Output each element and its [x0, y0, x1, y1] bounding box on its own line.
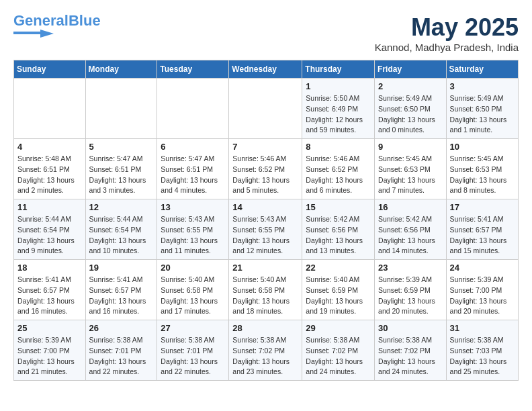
day-cell: 9Sunrise: 5:45 AMSunset: 6:53 PMDaylight…: [375, 139, 447, 199]
day-number: 18: [17, 263, 82, 273]
day-number: 5: [89, 142, 154, 152]
day-number: 7: [232, 142, 298, 152]
day-cell: 1Sunrise: 5:50 AMSunset: 6:49 PMDaylight…: [302, 79, 375, 139]
day-cell: 19Sunrise: 5:41 AMSunset: 6:57 PMDayligh…: [85, 260, 157, 320]
day-number: 8: [306, 142, 371, 152]
day-cell: 15Sunrise: 5:42 AMSunset: 6:56 PMDayligh…: [302, 199, 375, 260]
day-cell: 5Sunrise: 5:47 AMSunset: 6:51 PMDaylight…: [85, 139, 157, 199]
day-number: 16: [378, 202, 443, 212]
month-title: May 2025: [375, 13, 519, 42]
day-number: 9: [378, 142, 443, 152]
day-number: 15: [306, 202, 371, 212]
day-info: Sunrise: 5:50 AMSunset: 6:49 PMDaylight:…: [306, 93, 371, 136]
day-info: Sunrise: 5:40 AMSunset: 6:58 PMDaylight:…: [232, 275, 298, 317]
day-cell: 13Sunrise: 5:43 AMSunset: 6:55 PMDayligh…: [157, 199, 229, 260]
day-cell: 18Sunrise: 5:41 AMSunset: 6:57 PMDayligh…: [14, 260, 86, 320]
day-number: 2: [378, 81, 443, 91]
day-info: Sunrise: 5:45 AMSunset: 6:53 PMDaylight:…: [378, 154, 443, 196]
col-thursday: Thursday: [302, 60, 375, 79]
day-info: Sunrise: 5:41 AMSunset: 6:57 PMDaylight:…: [450, 214, 515, 257]
day-info: Sunrise: 5:49 AMSunset: 6:50 PMDaylight:…: [378, 93, 443, 136]
day-cell: 3Sunrise: 5:49 AMSunset: 6:50 PMDaylight…: [446, 79, 518, 139]
day-number: 24: [450, 263, 515, 273]
day-info: Sunrise: 5:40 AMSunset: 6:59 PMDaylight:…: [306, 275, 371, 317]
day-cell: 6Sunrise: 5:47 AMSunset: 6:51 PMDaylight…: [157, 139, 229, 199]
day-info: Sunrise: 5:38 AMSunset: 7:02 PMDaylight:…: [306, 335, 371, 377]
day-cell: 26Sunrise: 5:38 AMSunset: 7:01 PMDayligh…: [85, 320, 157, 381]
logo-icon: [13, 28, 54, 38]
day-number: 21: [232, 263, 298, 273]
day-number: 27: [161, 323, 225, 333]
day-cell: 31Sunrise: 5:38 AMSunset: 7:03 PMDayligh…: [446, 320, 518, 381]
day-cell: [157, 79, 229, 139]
day-info: Sunrise: 5:46 AMSunset: 6:52 PMDaylight:…: [306, 154, 371, 196]
day-cell: 17Sunrise: 5:41 AMSunset: 6:57 PMDayligh…: [446, 199, 518, 260]
day-cell: 21Sunrise: 5:40 AMSunset: 6:58 PMDayligh…: [229, 260, 302, 320]
day-cell: 23Sunrise: 5:39 AMSunset: 6:59 PMDayligh…: [375, 260, 447, 320]
logo-blue: Blue: [69, 12, 101, 29]
day-info: Sunrise: 5:39 AMSunset: 7:00 PMDaylight:…: [17, 335, 82, 377]
day-cell: 22Sunrise: 5:40 AMSunset: 6:59 PMDayligh…: [302, 260, 375, 320]
day-cell: 8Sunrise: 5:46 AMSunset: 6:52 PMDaylight…: [302, 139, 375, 199]
day-number: 6: [161, 142, 225, 152]
day-number: 1: [306, 81, 371, 91]
day-cell: 28Sunrise: 5:38 AMSunset: 7:02 PMDayligh…: [229, 320, 302, 381]
day-number: 25: [17, 323, 82, 333]
day-cell: 11Sunrise: 5:44 AMSunset: 6:54 PMDayligh…: [14, 199, 86, 260]
day-info: Sunrise: 5:38 AMSunset: 7:03 PMDaylight:…: [450, 335, 515, 377]
day-cell: 30Sunrise: 5:38 AMSunset: 7:02 PMDayligh…: [375, 320, 447, 381]
day-number: 26: [89, 323, 154, 333]
logo-general: General: [13, 12, 69, 29]
day-info: Sunrise: 5:38 AMSunset: 7:01 PMDaylight:…: [89, 335, 154, 377]
day-cell: 25Sunrise: 5:39 AMSunset: 7:00 PMDayligh…: [14, 320, 86, 381]
day-number: 31: [450, 323, 515, 333]
day-cell: 10Sunrise: 5:45 AMSunset: 6:53 PMDayligh…: [446, 139, 518, 199]
day-info: Sunrise: 5:38 AMSunset: 7:02 PMDaylight:…: [232, 335, 298, 377]
day-number: 22: [306, 263, 371, 273]
logo: GeneralBlue: [13, 13, 101, 38]
day-info: Sunrise: 5:47 AMSunset: 6:51 PMDaylight:…: [161, 154, 225, 196]
week-row-1: 1Sunrise: 5:50 AMSunset: 6:49 PMDaylight…: [14, 79, 519, 139]
day-info: Sunrise: 5:39 AMSunset: 7:00 PMDaylight:…: [450, 275, 515, 317]
col-monday: Monday: [85, 60, 157, 79]
day-number: 4: [17, 142, 82, 152]
day-info: Sunrise: 5:40 AMSunset: 6:58 PMDaylight:…: [161, 275, 225, 317]
col-friday: Friday: [375, 60, 447, 79]
day-info: Sunrise: 5:42 AMSunset: 6:56 PMDaylight:…: [378, 214, 443, 257]
day-info: Sunrise: 5:38 AMSunset: 7:02 PMDaylight:…: [378, 335, 443, 377]
header-row: Sunday Monday Tuesday Wednesday Thursday…: [14, 60, 519, 79]
day-info: Sunrise: 5:45 AMSunset: 6:53 PMDaylight:…: [450, 154, 515, 196]
day-cell: 14Sunrise: 5:43 AMSunset: 6:55 PMDayligh…: [229, 199, 302, 260]
day-cell: 27Sunrise: 5:38 AMSunset: 7:01 PMDayligh…: [157, 320, 229, 381]
day-info: Sunrise: 5:38 AMSunset: 7:01 PMDaylight:…: [161, 335, 225, 377]
col-sunday: Sunday: [14, 60, 86, 79]
day-info: Sunrise: 5:49 AMSunset: 6:50 PMDaylight:…: [450, 93, 515, 136]
day-number: 12: [89, 202, 154, 212]
day-info: Sunrise: 5:46 AMSunset: 6:52 PMDaylight:…: [232, 154, 298, 196]
day-cell: [229, 79, 302, 139]
day-number: 20: [161, 263, 225, 273]
day-cell: 24Sunrise: 5:39 AMSunset: 7:00 PMDayligh…: [446, 260, 518, 320]
week-row-3: 11Sunrise: 5:44 AMSunset: 6:54 PMDayligh…: [14, 199, 519, 260]
day-number: 17: [450, 202, 515, 212]
day-number: 13: [161, 202, 225, 212]
day-info: Sunrise: 5:44 AMSunset: 6:54 PMDaylight:…: [89, 214, 154, 257]
day-number: 14: [232, 202, 298, 212]
logo-text: GeneralBlue: [13, 13, 101, 28]
day-number: 23: [378, 263, 443, 273]
col-tuesday: Tuesday: [157, 60, 229, 79]
day-info: Sunrise: 5:41 AMSunset: 6:57 PMDaylight:…: [89, 275, 154, 317]
day-cell: 4Sunrise: 5:48 AMSunset: 6:51 PMDaylight…: [14, 139, 86, 199]
calendar-table: Sunday Monday Tuesday Wednesday Thursday…: [13, 60, 519, 381]
day-info: Sunrise: 5:41 AMSunset: 6:57 PMDaylight:…: [17, 275, 82, 317]
week-row-5: 25Sunrise: 5:39 AMSunset: 7:00 PMDayligh…: [14, 320, 519, 381]
title-block: May 2025 Kannod, Madhya Pradesh, India: [375, 13, 519, 53]
week-row-2: 4Sunrise: 5:48 AMSunset: 6:51 PMDaylight…: [14, 139, 519, 199]
svg-rect-1: [13, 32, 42, 34]
week-row-4: 18Sunrise: 5:41 AMSunset: 6:57 PMDayligh…: [14, 260, 519, 320]
day-cell: 12Sunrise: 5:44 AMSunset: 6:54 PMDayligh…: [85, 199, 157, 260]
day-cell: 2Sunrise: 5:49 AMSunset: 6:50 PMDaylight…: [375, 79, 447, 139]
svg-marker-0: [40, 30, 54, 38]
day-info: Sunrise: 5:47 AMSunset: 6:51 PMDaylight:…: [89, 154, 154, 196]
day-info: Sunrise: 5:42 AMSunset: 6:56 PMDaylight:…: [306, 214, 371, 257]
